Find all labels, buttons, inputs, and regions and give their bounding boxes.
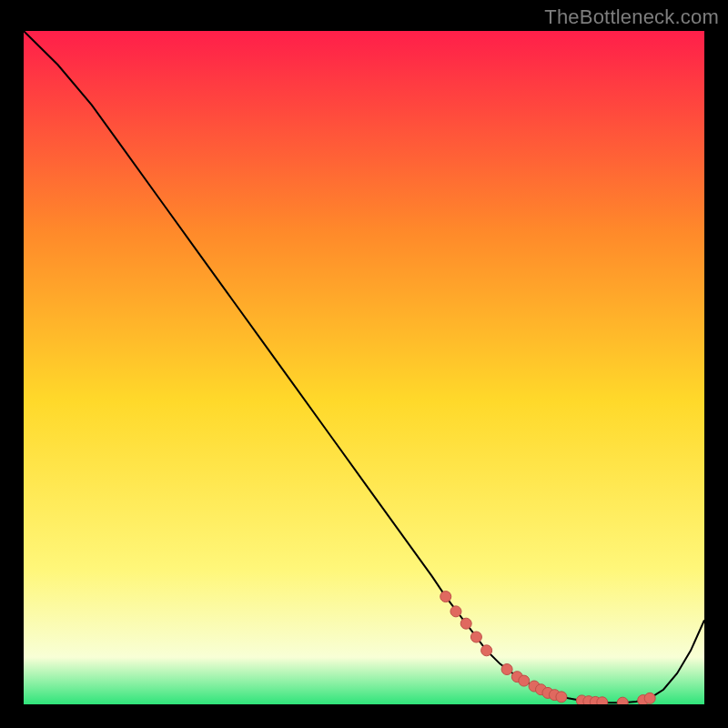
data-marker (597, 697, 608, 704)
data-marker (470, 632, 481, 642)
data-marker (617, 697, 628, 704)
watermark-text: TheBottleneck.com (544, 5, 719, 29)
data-marker (501, 664, 512, 675)
gradient-background (24, 31, 704, 704)
data-marker (450, 606, 461, 617)
bottleneck-chart (24, 31, 704, 704)
data-marker (481, 645, 492, 656)
data-marker (644, 693, 655, 703)
data-marker (440, 592, 451, 602)
plot-area (24, 31, 704, 704)
data-marker (519, 675, 530, 686)
data-marker (460, 618, 471, 629)
chart-frame: TheBottleneck.com (0, 0, 728, 728)
data-marker (556, 692, 567, 703)
